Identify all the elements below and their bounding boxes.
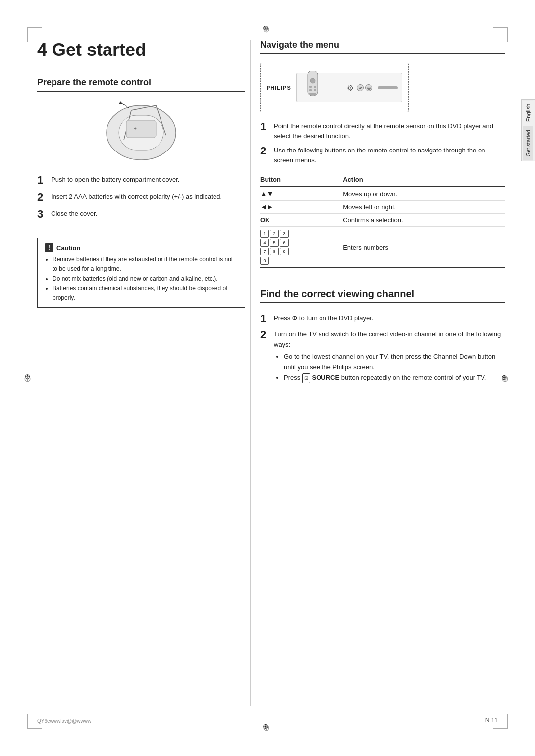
find-section-heading: Find the correct viewing channel [260, 288, 505, 303]
find-section: Find the correct viewing channel 1 Press… [260, 288, 505, 386]
remote-svg: + - [92, 101, 191, 165]
navigate-section-heading: Navigate the menu [260, 40, 505, 54]
dvd-brand-label: PHILIPS [267, 85, 291, 91]
num-2: 2 [270, 230, 279, 238]
number-grid-symbol: 1 2 3 4 5 6 7 8 9 [260, 230, 289, 265]
reg-mark-left: ⊕ [24, 373, 34, 383]
nav-step-1-text: Point the remote control directly at the… [274, 121, 505, 141]
num-5: 5 [270, 239, 279, 247]
step-3-num: 3 [37, 208, 51, 221]
step-1-num: 1 [37, 174, 51, 187]
nav-step-2-text: Use the following buttons on the remote … [274, 146, 505, 165]
nav-step-2: 2 Use the following buttons on the remot… [260, 145, 505, 165]
find-step-2-text: Turn on the TV and switch to the correct… [274, 330, 501, 348]
svg-rect-13 [309, 89, 312, 91]
caution-item-3: Batteries contain chemical substances, t… [53, 284, 238, 302]
page-footer: EN 11 [482, 717, 498, 724]
main-content: 4 Get started Prepare the remote control [37, 40, 505, 716]
btn-updown: ▲▼ [260, 187, 343, 201]
prepare-steps: 1 Push to open the battery compartment c… [37, 174, 245, 225]
table-row-updown: ▲▼ Moves up or down. [260, 187, 505, 201]
step-2-num: 2 [37, 191, 51, 203]
remote-mini [305, 71, 320, 110]
sidebar-tab-getstarted: Get started [523, 126, 533, 160]
navigate-section: Navigate the menu PHILIPS ⚙ Φ ◎ [260, 40, 505, 268]
right-column: Navigate the menu PHILIPS ⚙ Φ ◎ [260, 40, 505, 716]
svg-rect-7 [126, 120, 156, 138]
nav-step-2-num: 2 [260, 145, 274, 157]
reg-mark-bottom: ⊕ [263, 722, 272, 732]
nav-table: Button Action ▲▼ Moves up or down. ◄► Mo… [260, 174, 505, 268]
num-1: 1 [260, 230, 269, 238]
dvd-gear-icon: ⚙ [347, 83, 354, 93]
step-3: 3 Close the cover. [37, 208, 245, 221]
nav-step-1: 1 Point the remote control directly at t… [260, 120, 505, 141]
num-3: 3 [280, 230, 289, 238]
dvd-illustration: PHILIPS ⚙ Φ ◎ [260, 63, 409, 112]
nav-step-1-num: 1 [260, 120, 274, 133]
num-4: 4 [260, 239, 269, 247]
dvd-buttons: Φ ◎ [357, 84, 372, 91]
col-button: Button [260, 174, 343, 187]
find-bullet-2: Press ⊡ SOURCE button repeatedly on the … [284, 373, 505, 383]
step-3-text: Close the cover. [51, 209, 97, 219]
action-numbers: Enters numbers [343, 227, 505, 268]
caution-item-2: Do not mix batteries (old and new or car… [53, 274, 238, 284]
reg-mark-top: ⊕ [263, 24, 272, 34]
num-9: 9 [280, 248, 289, 255]
prepare-section-heading: Prepare the remote control [37, 77, 245, 92]
caution-box: ! Caution Remove batteries if they are e… [37, 238, 245, 308]
find-step-2: 2 Turn on the TV and switch to the corre… [260, 328, 505, 383]
source-icon: ⊡ [302, 373, 310, 383]
find-step-1: 1 Press Φ to turn on the DVD player. [260, 312, 505, 325]
action-updown: Moves up or down. [343, 187, 505, 201]
remote-illustration: + - [37, 101, 245, 165]
action-ok: Confirms a selection. [343, 214, 505, 227]
svg-rect-12 [314, 86, 316, 88]
sidebar-tab-english: English [523, 100, 533, 126]
num-6: 6 [280, 239, 289, 247]
caution-list: Remove batteries if they are exhausted o… [45, 255, 238, 302]
step-2: 2 Insert 2 AAA batteries with correct po… [37, 191, 245, 203]
table-row-ok: OK Confirms a selection. [260, 214, 505, 227]
table-row-numbers: 1 2 3 4 5 6 7 8 9 [260, 227, 505, 268]
table-row-leftright: ◄► Moves left or right. [260, 201, 505, 214]
dvd-btn-power: Φ [357, 84, 364, 91]
svg-rect-15 [309, 93, 316, 95]
find-steps: 1 Press Φ to turn on the DVD player. 2 T… [260, 312, 505, 383]
num-8: 8 [270, 248, 279, 255]
sidebar-tab: English Get started [521, 99, 535, 161]
chapter-heading: 4 Get started [37, 40, 245, 65]
find-step-1-num: 1 [260, 312, 274, 325]
caution-icon: ! [45, 243, 54, 252]
dvd-btn-nav: ◎ [365, 84, 372, 91]
find-bullet-1: Go to the lowest channel on your TV, the… [284, 352, 505, 373]
find-step-2-content: Turn on the TV and switch to the correct… [274, 329, 505, 383]
step-2-text: Insert 2 AAA batteries with correct pola… [51, 192, 222, 202]
find-step-2-num: 2 [260, 328, 274, 341]
dvd-slot [378, 86, 398, 89]
num-0: 0 [260, 257, 269, 265]
step-1-text: Push to open the battery compartment cov… [51, 175, 179, 185]
num-grid: 1 2 3 4 5 6 7 8 9 [260, 230, 289, 255]
zero-row: 0 [260, 257, 269, 265]
svg-line-5 [121, 103, 129, 108]
caution-title: ! Caution [45, 243, 238, 252]
svg-point-10 [310, 78, 315, 83]
svg-text:+   -: + - [134, 126, 140, 131]
find-bullet-list: Go to the lowest channel on your TV, the… [274, 352, 505, 383]
num-7: 7 [260, 248, 269, 255]
remote-mini-svg [305, 71, 320, 110]
find-step-1-text: Press Φ to turn on the DVD player. [274, 313, 373, 324]
caution-item-1: Remove batteries if they are exhausted o… [53, 255, 238, 274]
left-column: 4 Get started Prepare the remote control [37, 40, 245, 716]
btn-numbers: 1 2 3 4 5 6 7 8 9 [260, 227, 343, 268]
svg-rect-11 [309, 86, 312, 88]
navigate-steps: 1 Point the remote control directly at t… [260, 120, 505, 165]
footer-left-text: QY6ewwwlav@@wwww [37, 718, 91, 724]
action-leftright: Moves left or right. [343, 201, 505, 214]
col-action: Action [343, 174, 505, 187]
svg-rect-14 [314, 89, 316, 91]
btn-leftright: ◄► [260, 201, 343, 214]
btn-ok: OK [260, 214, 343, 227]
